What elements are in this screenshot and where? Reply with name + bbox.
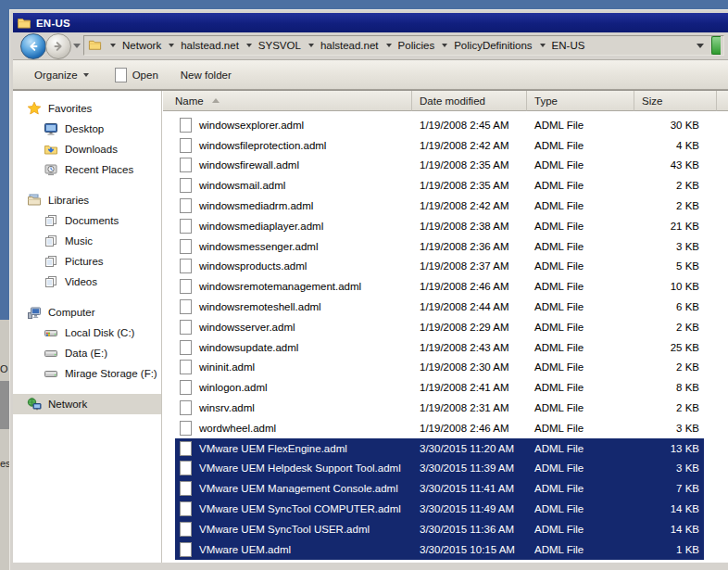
sidebar-section-favorites[interactable]: Favorites <box>13 98 161 119</box>
column-header-label: Date modified <box>420 95 485 107</box>
sidebar-section-label: Libraries <box>48 195 89 206</box>
breadcrumb-separator-icon[interactable] <box>442 44 447 47</box>
title-bar[interactable]: EN-US <box>13 13 728 32</box>
file-row-windowsmail-adml[interactable]: windowsmail.adml1/19/2008 2:35 AMADML Fi… <box>175 175 704 196</box>
address-dropdown-icon[interactable] <box>697 44 704 48</box>
sidebar-item-mirage-storage-f[interactable]: Mirage Storage (F:) <box>13 363 161 384</box>
file-name-cell: windowsexplorer.adml <box>175 118 412 133</box>
sidebar-item-recent-places[interactable]: Recent Places <box>13 159 161 180</box>
file-name: VMware UEM SyncTool COMPUTER.adml <box>199 503 401 514</box>
breadcrumb-item-policydefinitions[interactable]: PolicyDefinitions <box>452 39 533 52</box>
file-row-vmware-uem-adml[interactable]: VMware UEM.adml3/30/2015 10:15 AMADML Fi… <box>175 539 704 560</box>
libraries-icon <box>27 193 42 208</box>
folder-icon <box>88 38 103 53</box>
file-row-vmware-uem-flexengine-adml[interactable]: VMware UEM FlexEngine.adml3/30/2015 11:2… <box>175 438 704 459</box>
column-header-date-modified[interactable]: Date modified <box>412 91 527 111</box>
sidebar-item-desktop[interactable]: Desktop <box>13 119 161 139</box>
file-row-windowsremoteshell-adml[interactable]: windowsremoteshell.adml1/19/2008 2:44 AM… <box>175 297 704 317</box>
organize-button[interactable]: Organize <box>29 67 94 83</box>
breadcrumb-separator-icon[interactable] <box>308 44 314 47</box>
sidebar-section-computer[interactable]: Computer <box>13 302 161 323</box>
drive-icon <box>44 366 58 381</box>
sidebar-item-local-disk-c[interactable]: Local Disk (C:) <box>13 323 161 343</box>
breadcrumb-separator-icon[interactable] <box>110 44 116 47</box>
address-bar[interactable]: Networkhalstead.netSYSVOLhalstead.netPol… <box>83 35 724 56</box>
breadcrumb-item-sysvol[interactable]: SYSVOL <box>257 39 303 52</box>
file-name: windowsserver.adml <box>199 322 295 333</box>
file-name: VMware UEM.adml <box>199 544 291 555</box>
file-name: windowsmail.adml <box>199 180 285 191</box>
sidebar-item-downloads[interactable]: Downloads <box>13 139 161 159</box>
file-row-winlogon-adml[interactable]: winlogon.adml1/19/2008 2:41 AMADML File8… <box>175 377 704 398</box>
navigation-band: Networkhalstead.netSYSVOLhalstead.netPol… <box>13 32 728 60</box>
new-folder-label: New folder <box>181 70 232 81</box>
file-row-windowsmediadrm-adml[interactable]: windowsmediadrm.adml1/19/2008 2:42 AMADM… <box>175 196 704 216</box>
file-size: 3 KB <box>634 423 704 434</box>
file-row-windowsmediaplayer-adml[interactable]: windowsmediaplayer.adml1/19/2008 2:38 AM… <box>175 216 704 236</box>
file-row-windowsserver-adml[interactable]: windowsserver.adml1/19/2008 2:29 AMADML … <box>175 317 704 337</box>
breadcrumb-separator-icon[interactable] <box>540 44 546 47</box>
file-name: windowsmessenger.adml <box>199 241 318 252</box>
file-row-windowsmessenger-adml[interactable]: windowsmessenger.adml1/19/2008 2:36 AMAD… <box>175 236 704 257</box>
file-size: 3 KB <box>634 241 704 252</box>
file-row-windowsupdate-adml[interactable]: windowsupdate.adml1/19/2008 2:43 AMADML … <box>175 337 704 358</box>
file-row-wordwheel-adml[interactable]: wordwheel.adml1/19/2008 2:46 AMADML File… <box>175 418 704 438</box>
breadcrumb-item-policies[interactable]: Policies <box>396 39 437 52</box>
breadcrumb-item-halstead-net[interactable]: halstead.net <box>319 39 381 52</box>
file-row-wininit-adml[interactable]: wininit.adml1/19/2008 2:30 AMADML File2 … <box>175 358 704 378</box>
file-row-winsrv-adml[interactable]: winsrv.adml1/19/2008 2:31 AMADML File2 K… <box>175 398 704 418</box>
forward-button[interactable] <box>45 33 71 59</box>
file-name: windowsupdate.adml <box>199 342 298 353</box>
file-row-windowsfileprotection-adml[interactable]: windowsfileprotection.adml1/19/2008 2:42… <box>175 135 704 156</box>
sidebar-item-label: Recent Places <box>65 164 133 175</box>
file-size: 8 KB <box>634 382 704 393</box>
explorer-window: EN-US Networkhalstead.netSYSVOLhalstead.… <box>9 9 728 570</box>
file-row-windowsremotemanagement-adml[interactable]: windowsremotemanagement.adml1/19/2008 2:… <box>175 276 704 297</box>
window-title: EN-US <box>36 18 70 29</box>
file-row-windowsproducts-adml[interactable]: windowsproducts.adml1/19/2008 2:37 AMADM… <box>175 257 704 277</box>
adml-file-icon <box>180 320 192 335</box>
open-button[interactable]: Open <box>109 65 164 85</box>
refresh-button[interactable] <box>711 36 721 55</box>
sidebar-section-network[interactable]: Network <box>13 394 161 414</box>
sidebar-item-music[interactable]: Music <box>13 231 161 251</box>
file-date: 1/19/2008 2:41 AM <box>412 382 527 393</box>
file-row-vmware-uem-helpdesk-support-tool-adml[interactable]: VMware UEM Helpdesk Support Tool.adml3/3… <box>175 459 704 479</box>
column-header-type[interactable]: Type <box>527 91 634 111</box>
breadcrumb-item-halstead-net[interactable]: halstead.net <box>179 39 241 52</box>
breadcrumb-item-network[interactable]: Network <box>120 39 163 52</box>
file-name: windowsfileprotection.adml <box>199 140 326 151</box>
file-name: winlogon.adml <box>199 382 268 393</box>
sidebar-item-data-e[interactable]: Data (E:) <box>13 343 161 363</box>
recent-pages-dropdown-icon[interactable] <box>73 44 81 48</box>
breadcrumb-separator-icon[interactable] <box>169 44 174 47</box>
file-type: ADML File <box>527 361 634 373</box>
sidebar-item-documents[interactable]: Documents <box>13 210 161 231</box>
background-text-fragment: O <box>0 363 8 374</box>
file-row-vmware-uem-synctool-user-adml[interactable]: VMware UEM SyncTool USER.adml3/30/2015 1… <box>175 519 704 539</box>
adml-file-icon <box>180 219 192 234</box>
file-name: wininit.adml <box>199 361 255 373</box>
file-type: ADML File <box>527 221 634 232</box>
sidebar-item-videos[interactable]: Videos <box>13 272 161 292</box>
folder-icon <box>17 16 31 31</box>
breadcrumb-separator-icon[interactable] <box>246 44 252 47</box>
sidebar-item-pictures[interactable]: Pictures <box>13 251 161 272</box>
file-name: winsrv.adml <box>199 402 255 413</box>
column-header-name[interactable]: Name <box>163 91 412 111</box>
back-button[interactable] <box>20 33 46 59</box>
file-type: ADML File <box>527 180 634 191</box>
file-type: ADML File <box>527 462 634 474</box>
file-row-windowsfirewall-adml[interactable]: windowsfirewall.adml1/19/2008 2:35 AMADM… <box>175 156 704 176</box>
file-row-vmware-uem-management-console-adml[interactable]: VMware UEM Management Console.adml3/30/2… <box>175 478 704 499</box>
breadcrumb-separator-icon[interactable] <box>386 44 392 47</box>
file-type: ADML File <box>527 382 634 393</box>
desktop-icon <box>44 121 58 136</box>
file-row-vmware-uem-synctool-computer-adml[interactable]: VMware UEM SyncTool COMPUTER.adml3/30/20… <box>175 499 704 519</box>
breadcrumb-item-en-us[interactable]: EN-US <box>550 39 587 52</box>
column-header-size[interactable]: Size <box>634 91 717 111</box>
file-row-windowsexplorer-adml[interactable]: windowsexplorer.adml1/19/2008 2:45 AMADM… <box>175 115 704 135</box>
adml-file-icon <box>180 400 192 415</box>
new-folder-button[interactable]: New folder <box>175 67 237 83</box>
sidebar-section-libraries[interactable]: Libraries <box>13 190 161 210</box>
